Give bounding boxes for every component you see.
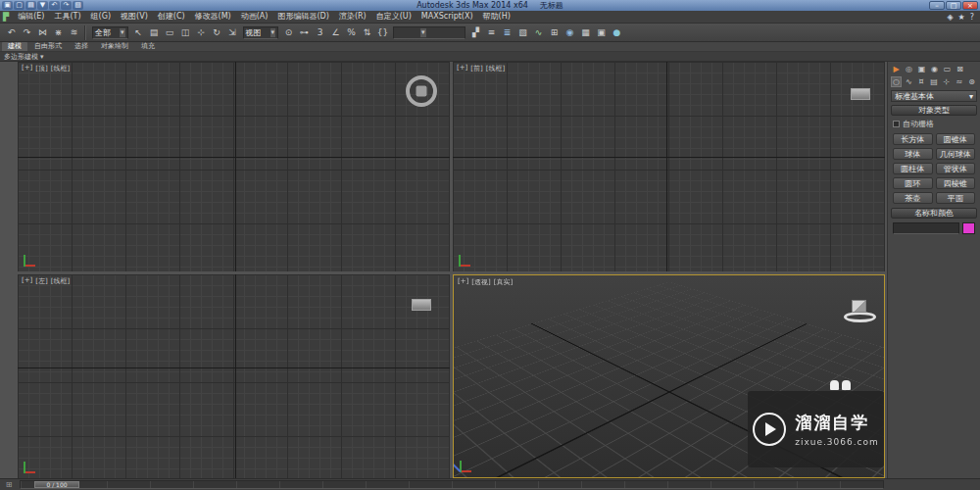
viewport-name-label[interactable]: [透视] [471,277,490,287]
viewport-shading-label[interactable]: [线框] [486,64,505,74]
menu-item[interactable]: 自定义(U) [371,11,416,23]
selection-filter-dropdown[interactable]: 全部 ▾ [92,26,128,39]
select-object-icon[interactable]: ↖ [131,25,146,40]
mirror-icon[interactable]: ▞ [468,25,483,40]
menu-item[interactable]: 组(G) [86,11,116,23]
primitive-category-dropdown[interactable]: 标准基本体 ▾ [891,90,977,102]
scene-object[interactable] [851,88,870,100]
help-icon[interactable]: ? [970,13,974,22]
select-manipulate-icon[interactable]: ⊶ [297,25,312,40]
edit-named-sets-icon[interactable]: {} [375,25,390,40]
align-icon[interactable]: ≡ [484,25,499,40]
primitive-button[interactable]: 长方体 [893,133,933,145]
ribbon-tab[interactable]: 对象绘制 [95,41,134,51]
primitive-button[interactable]: 茶壶 [893,192,933,204]
minimize-button[interactable]: – [929,1,945,10]
menu-item[interactable]: 视图(V) [116,11,153,23]
viewport-name-label[interactable]: [顶] [35,64,47,74]
ribbon-toggle-icon[interactable]: ▧ [515,25,530,40]
primitive-button[interactable]: 圆柱体 [893,163,933,174]
signin-icon[interactable]: ◈ [947,13,953,22]
motion-tab-icon[interactable]: ◉ [929,64,940,74]
angle-snap-icon[interactable]: ∠ [328,25,343,40]
time-slider-track[interactable]: 0 / 100 [20,480,884,489]
menu-item[interactable]: 工具(T) [49,11,85,23]
undo-icon[interactable]: ↶ [4,25,19,40]
scene-object-ring[interactable] [406,75,437,107]
helpers-icon[interactable]: ⊹ [941,76,952,87]
workspace-switcher-icon[interactable]: ▛ [3,13,9,22]
rect-select-region-icon[interactable]: ▭ [163,25,177,40]
viewport-shading-label[interactable]: [真实] [494,277,513,287]
undo-quick-icon[interactable]: ↶ [49,1,60,10]
viewport-menu-plus[interactable]: [+] [22,276,32,286]
viewport-top[interactable]: [+] [顶] [线框] [18,62,450,271]
reference-coordinate-dropdown[interactable]: 视图 ▾ [243,26,279,39]
display-tab-icon[interactable]: ▭ [942,64,953,74]
maximize-button[interactable]: □ [946,1,961,10]
hierarchy-tab-icon[interactable]: ▣ [916,64,927,74]
select-by-name-icon[interactable]: ▤ [147,25,162,40]
select-move-icon[interactable]: ⊹ [194,25,209,40]
favorites-icon[interactable]: ★ [958,13,965,22]
select-link-icon[interactable]: ⋈ [35,25,50,40]
scene-object-cube[interactable] [852,300,866,313]
menu-item[interactable]: MAXScript(X) [416,11,478,23]
spinner-snap-icon[interactable]: ⇅ [360,25,374,40]
close-button[interactable]: × [962,1,978,10]
primitive-button[interactable]: 管状体 [936,163,976,174]
ribbon-tab[interactable]: 建模 [2,41,27,51]
viewport-front[interactable]: [+] [前] [线框] [453,62,885,271]
viewport-name-label[interactable]: [前] [470,64,482,74]
viewport-shading-label[interactable]: [线框] [51,64,70,74]
primitive-button[interactable]: 圆锥体 [936,133,976,145]
select-rotate-icon[interactable]: ↻ [210,25,224,40]
percent-snap-icon[interactable]: % [344,25,359,40]
menu-item[interactable]: 帮助(H) [478,11,515,23]
app-menu-icon[interactable]: ▣ [2,1,13,10]
scene-object-ring[interactable] [844,312,876,322]
viewport-name-label[interactable]: [左] [35,276,47,286]
rendered-frame-icon[interactable]: ▣ [594,25,609,40]
grid-corner-icon[interactable]: ⊞ [2,480,16,489]
menu-item[interactable]: 动画(A) [236,11,273,23]
object-color-swatch[interactable] [962,222,975,234]
viewport-shading-label[interactable]: [线框] [51,276,70,286]
lights-icon[interactable]: ¤ [916,76,927,87]
geometry-icon[interactable]: ○ [891,76,902,87]
name-color-rollout-header[interactable]: 名称和颜色 [891,208,977,219]
save-file-icon[interactable]: ▼ [37,1,48,10]
menu-item[interactable]: 修改器(M) [190,11,236,23]
redo-icon[interactable]: ↷ [20,25,34,40]
render-setup-icon[interactable]: ▦ [578,25,593,40]
primitive-button[interactable]: 圆环 [893,177,933,189]
redo-quick-icon[interactable]: ↷ [61,1,72,10]
material-editor-icon[interactable]: ◉ [563,25,577,40]
ribbon-tab[interactable]: 自由形式 [28,41,68,51]
utilities-tab-icon[interactable]: ⊠ [955,64,965,74]
named-selection-sets-dropdown[interactable]: ▾ [393,26,466,39]
primitive-button[interactable]: 四棱锥 [936,177,976,189]
viewport-menu-plus[interactable]: [+] [458,277,468,287]
cameras-icon[interactable]: ▤ [929,76,940,87]
menu-item[interactable]: 渲染(R) [334,11,371,23]
render-production-icon[interactable]: ● [610,25,624,40]
primitive-button[interactable]: 平面 [936,192,976,204]
open-file-icon[interactable]: ▤ [25,1,36,10]
autogrid-checkbox[interactable] [893,121,900,127]
viewport-menu-plus[interactable]: [+] [22,64,32,74]
menu-item[interactable]: 编辑(E) [13,11,49,23]
bind-spacewarp-icon[interactable]: ≋ [67,25,81,40]
primitive-button[interactable]: 几何球体 [936,148,976,160]
layer-manager-icon[interactable]: ≣ [500,25,514,40]
scene-object[interactable] [412,299,431,311]
schematic-view-icon[interactable]: ⊞ [547,25,562,40]
use-pivot-center-icon[interactable]: ⊙ [281,25,296,40]
project-toggle-icon[interactable]: ▧ [73,1,83,10]
viewport-left[interactable]: [+] [左] [线框] [18,274,450,478]
ribbon-tab[interactable]: 选择 [69,41,94,51]
shapes-icon[interactable]: ∿ [904,76,914,87]
create-tab-icon[interactable]: ▶ [891,64,902,74]
menu-item[interactable]: 创建(C) [153,11,190,23]
unlink-icon[interactable]: ⋇ [51,25,66,40]
